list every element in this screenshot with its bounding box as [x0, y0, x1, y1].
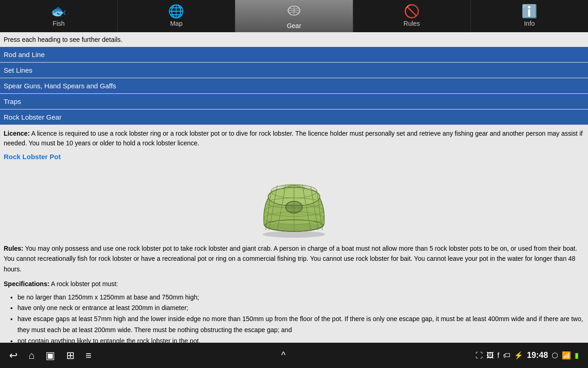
- section-header-traps[interactable]: Traps: [0, 94, 588, 109]
- gear-icon: [287, 3, 301, 20]
- specs-list: be no larger than 1250mm x 1250mm at bas…: [4, 292, 584, 343]
- content-area: Press each heading to see further detail…: [0, 32, 588, 343]
- bluetooth-icon: ⬡: [552, 351, 558, 360]
- intro-text: Press each heading to see further detail…: [0, 32, 588, 47]
- section-header-rod-and-line[interactable]: Rod and Line: [0, 47, 588, 62]
- rock-lobster-gear-content: Licence: A licence is required to use a …: [0, 125, 588, 343]
- section-header-rock-lobster-gear[interactable]: Rock Lobster Gear: [0, 109, 588, 125]
- lobster-pot-image: [248, 165, 340, 239]
- time-display: 19:48: [527, 351, 548, 360]
- map-icon: 🌐: [168, 5, 184, 18]
- tag-icon: 🏷: [503, 351, 510, 360]
- nav-item-info[interactable]: ℹ️ Info: [471, 0, 588, 32]
- rules-text: Rules: You may only possess and use one …: [4, 243, 584, 274]
- scroll-up-button[interactable]: ^: [281, 350, 285, 361]
- spec-item-3: have escape gaps at least 57mm high and …: [17, 314, 584, 336]
- fish-icon: 🐟: [51, 5, 67, 18]
- home-icon[interactable]: ⌂: [28, 350, 34, 362]
- battery-charging-icon: ⚡: [514, 351, 523, 360]
- rules-body: You may only possess and use one rock lo…: [4, 245, 577, 273]
- screenshot-icon[interactable]: ⊞: [66, 350, 74, 362]
- nav-label-rules: Rules: [403, 20, 420, 27]
- nav-item-fish[interactable]: 🐟 Fish: [0, 0, 118, 32]
- wifi-icon: 📶: [562, 351, 571, 360]
- spec-item-1: be no larger than 1250mm x 1250mm at bas…: [17, 292, 584, 303]
- battery-icon: ▮: [575, 351, 579, 360]
- nav-label-map: Map: [170, 20, 182, 27]
- section-header-set-lines[interactable]: Set Lines: [0, 63, 588, 78]
- spec-item-2: have only one neck or entrance at least …: [17, 303, 584, 314]
- rules-icon: 🚫: [404, 5, 420, 18]
- spec-item-4: not contain anything likely to entangle …: [17, 336, 584, 343]
- recents-icon[interactable]: ▣: [45, 350, 55, 362]
- specs-text: Specifications: A rock lobster pot must:: [4, 279, 584, 289]
- nav-label-gear: Gear: [287, 22, 301, 29]
- licence-body: A licence is required to use a rock lobs…: [4, 130, 582, 147]
- svg-point-25: [286, 201, 302, 213]
- back-icon[interactable]: ↩: [9, 350, 17, 362]
- specs-label: Specifications:: [4, 280, 50, 288]
- specs-intro: A rock lobster pot must:: [50, 280, 118, 288]
- bottom-left-controls: ↩ ⌂ ▣ ⊞ ≡: [9, 350, 91, 362]
- fullscreen-icon[interactable]: ⛶: [475, 351, 483, 360]
- licence-label: Licence:: [4, 130, 30, 137]
- licence-text: Licence: A licence is required to use a …: [4, 129, 584, 148]
- gallery-icon[interactable]: 🖼: [486, 351, 494, 360]
- rock-lobster-pot-link[interactable]: Rock Lobster Pot: [4, 153, 584, 161]
- nav-item-rules[interactable]: 🚫 Rules: [353, 0, 471, 32]
- nav-label-info: Info: [524, 20, 535, 27]
- rules-label: Rules:: [4, 245, 23, 252]
- section-header-spear-guns[interactable]: Spear Guns, Hand Spears and Gaffs: [0, 78, 588, 93]
- nav-item-map[interactable]: 🌐 Map: [118, 0, 235, 32]
- nav-item-gear[interactable]: Gear: [235, 0, 353, 32]
- bottom-bar: ↩ ⌂ ▣ ⊞ ≡ ^ ⛶ 🖼 f 🏷 ⚡ 19:48 ⬡ 📶 ▮: [0, 343, 588, 368]
- status-area: ⛶ 🖼 f 🏷 ⚡ 19:48 ⬡ 📶 ▮: [475, 351, 579, 360]
- svg-point-7: [263, 231, 325, 238]
- facebook-icon: f: [498, 351, 499, 360]
- menu-icon[interactable]: ≡: [85, 350, 91, 362]
- info-icon: ℹ️: [521, 5, 537, 18]
- nav-bar: 🐟 Fish 🌐 Map Gear 🚫 Rules ℹ️: [0, 0, 588, 32]
- pot-image-container: [4, 165, 584, 239]
- nav-label-fish: Fish: [52, 20, 64, 27]
